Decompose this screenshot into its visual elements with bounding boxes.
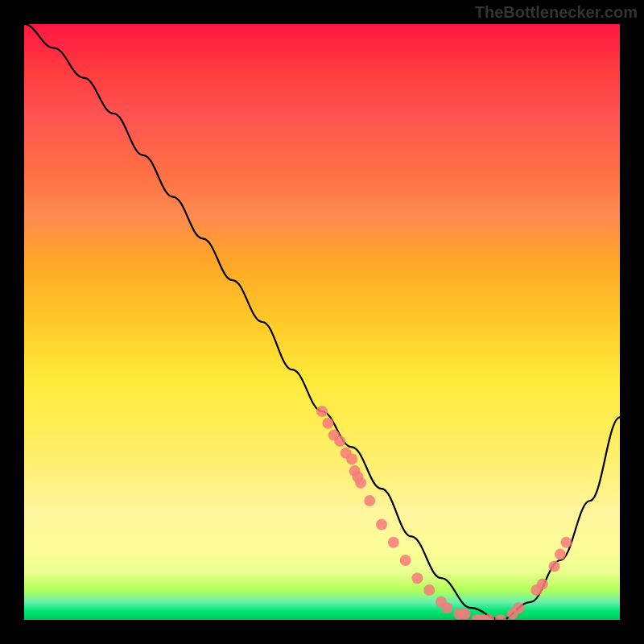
- scatter-point: [495, 614, 506, 620]
- scatter-point: [376, 519, 387, 530]
- scatter-point: [460, 609, 471, 620]
- chart-plot-area: [24, 24, 620, 620]
- scatter-point: [513, 602, 524, 613]
- scatter-point: [411, 572, 423, 584]
- curve-line: [24, 24, 620, 620]
- watermark-text: TheBottlenecker.com: [475, 3, 638, 22]
- chart-svg: [24, 24, 620, 620]
- scatter-point: [555, 549, 566, 560]
- scatter-point: [355, 477, 366, 489]
- scatter-point: [537, 579, 548, 590]
- scatter-point: [549, 560, 560, 572]
- scatter-point: [423, 584, 435, 596]
- scatter-point: [388, 537, 399, 548]
- scatter-point: [316, 406, 328, 417]
- scatter-points: [316, 406, 572, 620]
- scatter-point: [364, 495, 375, 506]
- scatter-point: [560, 537, 572, 548]
- scatter-point: [334, 436, 345, 447]
- scatter-point: [346, 453, 357, 464]
- scatter-point: [400, 555, 411, 566]
- scatter-point: [322, 418, 333, 429]
- scatter-point: [441, 602, 452, 613]
